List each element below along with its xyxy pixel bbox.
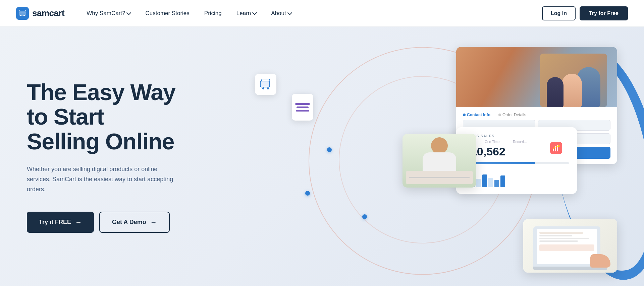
person-background bbox=[402, 134, 476, 188]
hero-buttons: Try it FREE → Get A Demo → bbox=[27, 212, 180, 233]
svg-point-1 bbox=[20, 15, 21, 16]
hand-shape bbox=[590, 254, 610, 268]
try-free-button[interactable]: Try for Free bbox=[580, 6, 628, 20]
hero-section: The Easy Way to Start Selling Online Whe… bbox=[0, 27, 644, 286]
navigation: samcart Why SamCart? Customer Stories Pr… bbox=[0, 0, 644, 27]
nav-item-about[interactable]: About bbox=[265, 7, 297, 19]
node-dot-3 bbox=[362, 214, 367, 219]
screen-line-3 bbox=[539, 238, 589, 239]
nav-item-pricing[interactable]: Pricing bbox=[198, 7, 228, 19]
logo-text: samcart bbox=[32, 8, 64, 18]
svg-point-4 bbox=[262, 87, 264, 89]
node-dot-1 bbox=[327, 147, 332, 152]
nav-links: Why SamCart? Customer Stories Pricing Le… bbox=[80, 7, 542, 19]
person-image bbox=[402, 134, 476, 188]
nav-item-customer-stories[interactable]: Customer Stories bbox=[139, 7, 195, 19]
laptop-preview bbox=[406, 171, 473, 184]
chevron-down-icon bbox=[287, 10, 292, 15]
screen-line-1 bbox=[539, 232, 583, 234]
arrow-icon: → bbox=[75, 218, 82, 226]
laptop-image bbox=[523, 219, 617, 273]
svg-rect-3 bbox=[260, 81, 270, 87]
bar-7 bbox=[500, 175, 505, 187]
list-line-2 bbox=[297, 106, 308, 108]
hero-visual: Contact Info Order Details Continue → bbox=[201, 27, 644, 286]
logo-icon bbox=[16, 7, 29, 20]
get-demo-button[interactable]: Get A Demo → bbox=[99, 212, 170, 233]
laptop-card bbox=[523, 219, 617, 273]
yoga-background bbox=[456, 47, 617, 107]
list-icon-float bbox=[292, 94, 313, 121]
cart-icon-float bbox=[255, 74, 276, 95]
nav-item-why-samcart[interactable]: Why SamCart? bbox=[80, 7, 137, 19]
step-contact-info: Contact Info bbox=[463, 113, 490, 117]
screen-line-2 bbox=[539, 235, 572, 236]
hero-content: The Easy Way to Start Selling Online Whe… bbox=[0, 27, 201, 286]
arrow-icon: → bbox=[150, 218, 157, 226]
sales-bar bbox=[464, 162, 569, 164]
checkout-steps: Contact Info Order Details bbox=[463, 113, 610, 117]
try-it-free-button[interactable]: Try it FREE → bbox=[27, 212, 94, 233]
step-dot-inactive bbox=[498, 114, 501, 116]
list-line-3 bbox=[296, 110, 309, 112]
bar-6 bbox=[494, 180, 499, 187]
step-order-details: Order Details bbox=[498, 113, 526, 117]
chevron-down-icon bbox=[126, 10, 131, 15]
dashboard-hero-image bbox=[456, 47, 617, 107]
hand-on-laptop bbox=[584, 247, 610, 268]
svg-point-2 bbox=[23, 15, 25, 16]
bar-4 bbox=[482, 174, 487, 187]
login-button[interactable]: Log In bbox=[542, 6, 576, 20]
screen-line-4 bbox=[539, 240, 578, 242]
list-line-1 bbox=[295, 103, 310, 105]
laptop-line bbox=[409, 177, 470, 178]
mini-bar-chart bbox=[464, 174, 569, 187]
node-dot-2 bbox=[305, 191, 310, 196]
hero-title: The Easy Way to Start Selling Online bbox=[27, 80, 180, 154]
person-card bbox=[402, 134, 476, 188]
sales-header: GROSS SALES Total One-Time Recurri… $10,… bbox=[464, 134, 569, 162]
chevron-down-icon bbox=[252, 10, 257, 15]
sales-chart-icon bbox=[550, 142, 562, 154]
nav-item-learn[interactable]: Learn bbox=[230, 7, 262, 19]
svg-point-5 bbox=[267, 87, 269, 89]
nav-actions: Log In Try for Free bbox=[542, 6, 628, 20]
hero-subtitle: Whether you are selling digital products… bbox=[27, 164, 174, 194]
step-dot-active bbox=[463, 114, 466, 116]
bar-3 bbox=[476, 179, 481, 187]
logo-link[interactable]: samcart bbox=[16, 7, 64, 20]
bar-5 bbox=[488, 178, 493, 187]
